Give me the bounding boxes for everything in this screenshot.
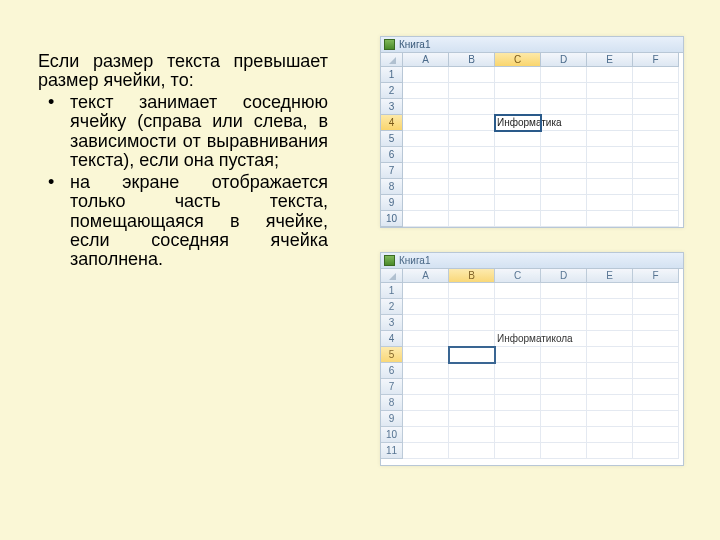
bullet-1: текст занимает соседнюю ячейку (справа и…: [38, 93, 328, 171]
bullet-2: на экране отображается только часть текс…: [38, 173, 328, 270]
row-header-2[interactable]: 2: [381, 83, 403, 99]
col-header-a[interactable]: A: [403, 53, 449, 67]
column-headers: A B C D E F: [403, 53, 679, 67]
select-all-corner[interactable]: [381, 269, 403, 283]
col-header-d[interactable]: D: [541, 269, 587, 283]
row-headers: 1 2 3 4 5 6 7 8 9 10: [381, 67, 403, 227]
spreadsheet-1: Книга1 A B C D E F 1 2 3 4 5 6 7 8 9 10: [380, 36, 684, 228]
spreadsheet-2: Книга1 A B C D E F 1 2 3 4 5 6 7 8 9 10 …: [380, 252, 684, 466]
row-header-6[interactable]: 6: [381, 147, 403, 163]
cell-c4[interactable]: Информатикола: [495, 331, 541, 347]
row-header-1[interactable]: 1: [381, 67, 403, 83]
row-header-3[interactable]: 3: [381, 99, 403, 115]
row-header-5[interactable]: 5: [381, 347, 403, 363]
col-header-a[interactable]: A: [403, 269, 449, 283]
col-header-b[interactable]: B: [449, 53, 495, 67]
col-header-c[interactable]: C: [495, 269, 541, 283]
row-header-5[interactable]: 5: [381, 131, 403, 147]
row-header-10[interactable]: 10: [381, 211, 403, 227]
row-header-1[interactable]: 1: [381, 283, 403, 299]
row-header-7[interactable]: 7: [381, 379, 403, 395]
cell-c4[interactable]: Информатика: [495, 115, 541, 131]
slide-text: Если размер текста превышает размер ячей…: [38, 52, 328, 272]
row-header-8[interactable]: 8: [381, 395, 403, 411]
col-header-c[interactable]: C: [495, 53, 541, 67]
excel-icon: [384, 39, 395, 50]
row-header-9[interactable]: 9: [381, 195, 403, 211]
row-header-6[interactable]: 6: [381, 363, 403, 379]
row-header-3[interactable]: 3: [381, 315, 403, 331]
row-header-10[interactable]: 10: [381, 427, 403, 443]
excel-icon: [384, 255, 395, 266]
row-header-4[interactable]: 4: [381, 331, 403, 347]
row-header-8[interactable]: 8: [381, 179, 403, 195]
col-header-f[interactable]: F: [633, 53, 679, 67]
select-all-corner[interactable]: [381, 53, 403, 67]
workbook-title: Книга1: [399, 255, 430, 266]
titlebar: Книга1: [381, 37, 683, 53]
row-header-9[interactable]: 9: [381, 411, 403, 427]
cell-area[interactable]: Информатикола: [403, 283, 679, 459]
row-header-11[interactable]: 11: [381, 443, 403, 459]
column-headers: A B C D E F: [403, 269, 679, 283]
titlebar: Книга1: [381, 253, 683, 269]
col-header-f[interactable]: F: [633, 269, 679, 283]
row-header-4[interactable]: 4: [381, 115, 403, 131]
col-header-e[interactable]: E: [587, 53, 633, 67]
row-headers: 1 2 3 4 5 6 7 8 9 10 11: [381, 283, 403, 459]
col-header-d[interactable]: D: [541, 53, 587, 67]
workbook-title: Книга1: [399, 39, 430, 50]
cell-area[interactable]: Информатика: [403, 67, 679, 227]
row-header-7[interactable]: 7: [381, 163, 403, 179]
row-header-2[interactable]: 2: [381, 299, 403, 315]
col-header-b[interactable]: B: [449, 269, 495, 283]
col-header-e[interactable]: E: [587, 269, 633, 283]
intro-text: Если размер текста превышает размер ячей…: [38, 52, 328, 91]
cell-b5[interactable]: [449, 347, 495, 363]
